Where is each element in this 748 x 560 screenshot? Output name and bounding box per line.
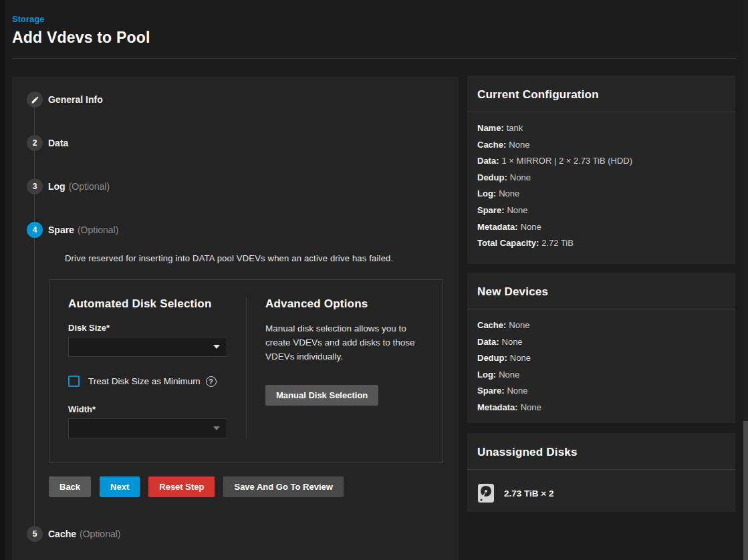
- advanced-description: Manual disk selection allows you to crea…: [265, 321, 424, 364]
- step-optional-label: (Optional): [80, 529, 120, 539]
- step-circle: 5: [27, 526, 43, 542]
- spare-step-description: Drive reserved for inserting into DATA p…: [65, 253, 444, 263]
- page-title: Add Vdevs to Pool: [12, 29, 736, 47]
- wizard-actions: Back Next Reset Step Save And Go To Revi…: [49, 476, 444, 497]
- disk-size-select[interactable]: [68, 337, 227, 357]
- new-devices-panel: New Devices Cache:None Data:None Dedup:N…: [467, 273, 735, 423]
- treat-disk-size-checkbox[interactable]: [68, 376, 80, 387]
- save-and-review-button[interactable]: Save And Go To Review: [223, 476, 343, 497]
- scrollbar-track[interactable]: [743, 0, 748, 560]
- step-circle-completed: [27, 92, 43, 108]
- automated-disk-selection-section: Automated Disk Selection Disk Size* Trea…: [49, 297, 247, 438]
- unassigned-disks-title: Unassigned Disks: [477, 446, 578, 458]
- back-button[interactable]: Back: [49, 476, 91, 497]
- width-select[interactable]: [68, 418, 227, 438]
- config-item-total-capacity: Total Capacity:2.72 TiB: [477, 235, 725, 252]
- stepper-step-spare[interactable]: 4 Spare (Optional): [27, 222, 444, 238]
- step-circle: 2: [27, 135, 43, 151]
- nav-rail-edge: [0, 0, 5, 560]
- step-optional-label: (Optional): [78, 225, 118, 235]
- step-label: Spare: [48, 225, 74, 235]
- advanced-options-section: Advanced Options Manual disk selection a…: [247, 297, 443, 438]
- automated-section-title: Automated Disk Selection: [68, 297, 227, 311]
- summary-sidebar: Current Configuration Name:tank Cache:No…: [467, 76, 735, 521]
- config-item-cache: Cache:None: [477, 137, 725, 154]
- new-device-item-log: Log:None: [477, 367, 725, 384]
- step-label: Cache: [48, 529, 76, 539]
- config-item-spare: Spare:None: [477, 202, 725, 219]
- width-label: Width*: [68, 404, 227, 414]
- current-configuration-panel: Current Configuration Name:tank Cache:No…: [467, 76, 735, 264]
- hard-disk-icon: [477, 483, 495, 503]
- reset-step-button[interactable]: Reset Step: [148, 476, 215, 497]
- advanced-section-title: Advanced Options: [265, 297, 424, 311]
- new-device-item-data: Data:None: [477, 334, 725, 351]
- edit-icon: [31, 96, 39, 104]
- help-icon[interactable]: ?: [206, 376, 217, 387]
- step-label: Data: [48, 138, 68, 148]
- wizard-card: General Info 2 Data 3 Log (Optional) 4 S…: [12, 77, 459, 560]
- config-item-dedup: Dedup:None: [477, 170, 725, 186]
- step-label: General Info: [48, 94, 103, 105]
- step-label: Log: [48, 181, 66, 192]
- add-vdevs-page: Storage Add Vdevs to Pool General Info 2…: [0, 0, 748, 560]
- breadcrumb-storage-link[interactable]: Storage: [12, 14, 44, 24]
- treat-disk-size-row: Treat Disk Size as Minimum ?: [68, 376, 227, 387]
- step-optional-label: (Optional): [69, 181, 110, 192]
- chevron-down-icon: [213, 426, 220, 430]
- new-device-item-dedup: Dedup:None: [477, 350, 725, 367]
- next-button[interactable]: Next: [100, 476, 140, 497]
- config-item-data: Data:1 × MIRROR | 2 × 2.73 TiB (HDD): [477, 153, 725, 170]
- step-circle: 3: [27, 178, 43, 194]
- unassigned-disk-summary: 2.73 TiB × 2: [504, 488, 553, 499]
- new-device-item-metadata: Metadata:None: [477, 400, 725, 416]
- stepper-step-cache[interactable]: 5 Cache (Optional): [27, 526, 444, 542]
- config-item-name: Name:tank: [477, 120, 725, 137]
- unassigned-disk-row: 2.73 TiB × 2: [477, 478, 725, 507]
- manual-disk-selection-button[interactable]: Manual Disk Selection: [265, 385, 378, 406]
- new-device-item-spare: Spare:None: [477, 383, 725, 400]
- stepper-step-general-info[interactable]: General Info: [27, 92, 444, 108]
- treat-disk-size-label: Treat Disk Size as Minimum: [88, 376, 201, 386]
- stepper-connector-line: [34, 100, 35, 533]
- new-devices-title: New Devices: [477, 285, 548, 298]
- config-item-metadata: Metadata:None: [477, 219, 725, 236]
- step-circle-active: 4: [27, 222, 43, 238]
- config-item-log: Log:None: [477, 186, 725, 202]
- page-header: Storage Add Vdevs to Pool: [12, 0, 736, 59]
- chevron-down-icon: [213, 345, 220, 349]
- unassigned-disks-panel: Unassigned Disks 2.73 TiB × 2: [467, 433, 735, 512]
- scrollbar-thumb[interactable]: [743, 421, 748, 560]
- stepper-step-log[interactable]: 3 Log (Optional): [27, 178, 444, 194]
- disk-size-label: Disk Size*: [68, 323, 227, 333]
- disk-selection-card: Automated Disk Selection Disk Size* Trea…: [49, 279, 443, 463]
- current-configuration-title: Current Configuration: [477, 88, 599, 101]
- stepper-step-data[interactable]: 2 Data: [27, 135, 444, 151]
- new-device-item-cache: Cache:None: [477, 317, 725, 334]
